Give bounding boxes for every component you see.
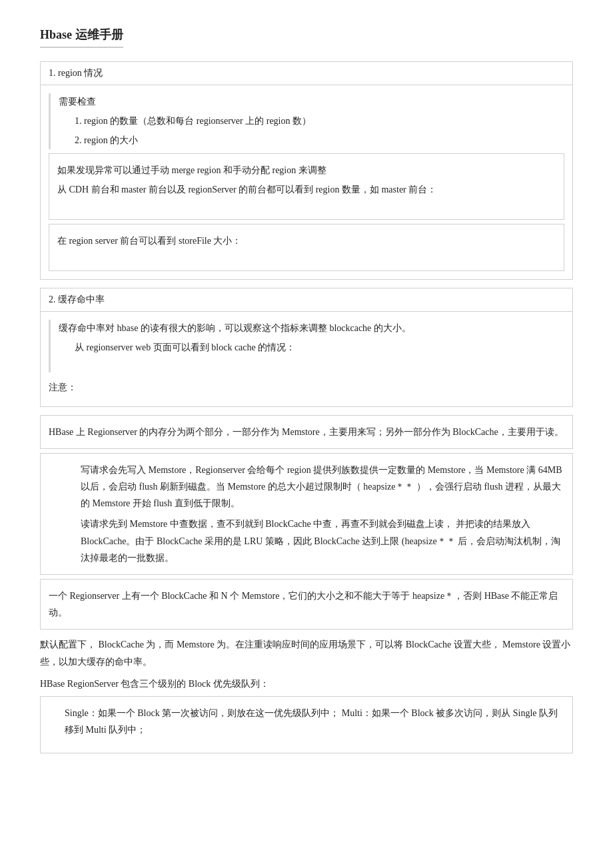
memstore-note-block: HBase 上 Regionserver 的内存分为两个部分，一部分作为 Mem… (40, 415, 573, 449)
section-1-storefile: 在 region server 前台可以看到 storeFile 大小： (49, 224, 564, 271)
check-item-2: 2. region 的大小 (75, 132, 564, 149)
priority-item-1: Single：如果一个 Block 第一次被访问，则放在这一优先级队列中； Mu… (65, 705, 564, 738)
write-desc: 写请求会先写入 Memstore，Regionserver 会给每个 regio… (81, 462, 564, 512)
notice-label: 注意： (49, 376, 564, 398)
priority-items-block: Single：如果一个 Block 第一次被访问，则放在这一优先级队列中； Mu… (40, 696, 573, 753)
section-1-body: 需要检查 1. region 的数量（总数和每台 regionserver 上的… (41, 85, 572, 279)
section-2-header: 2. 缓存命中率 (41, 288, 572, 312)
memstore-note-text: HBase 上 Regionserver 的内存分为两个部分，一部分作为 Mem… (49, 424, 564, 440)
read-desc: 读请求先到 Memstore 中查数据，查不到就到 BlockCache 中查，… (81, 516, 564, 566)
section-1-note-1: 如果发现异常可以通过手动 merge region 和手动分配 region 来… (49, 153, 564, 220)
section-2-body: 缓存命中率对 hbase 的读有很大的影响，可以观察这个指标来调整 blockc… (41, 312, 572, 406)
note-merge: 如果发现异常可以通过手动 merge region 和手动分配 region 来… (57, 162, 556, 179)
regionserver-block: 一个 Regionserver 上有一个 BlockCache 和 N 个 Me… (40, 579, 573, 630)
intro-text: 缓存命中率对 hbase 的读有很大的影响，可以观察这个指标来调整 blockc… (59, 320, 564, 336)
default-config-block: 默认配置下， BlockCache 为，而 Memstore 为。在注重读响应时… (40, 634, 573, 672)
section-1-header: 1. region 情况 (41, 62, 572, 85)
web-note: 从 regionserver web 页面可以看到 block cache 的情… (75, 339, 564, 356)
section-2: 2. 缓存命中率 缓存命中率对 hbase 的读有很大的影响，可以观察这个指标来… (40, 288, 573, 407)
check-item-1: 1. region 的数量（总数和每台 regionserver 上的 regi… (75, 113, 564, 129)
section-1: 1. region 情况 需要检查 1. region 的数量（总数和每台 re… (40, 61, 573, 280)
storefile-text: 在 region server 前台可以看到 storeFile 大小： (57, 232, 556, 249)
check-label: 需要检查 (59, 93, 564, 110)
section-2-intro: 缓存命中率对 hbase 的读有很大的影响，可以观察这个指标来调整 blockc… (49, 320, 564, 372)
sub-section-check: 需要检查 1. region 的数量（总数和每台 regionserver 上的… (49, 93, 564, 149)
regionserver-text: 一个 Regionserver 上有一个 BlockCache 和 N 个 Me… (49, 588, 564, 621)
page-title: Hbase 运维手册 (40, 27, 123, 48)
note-cdh: 从 CDH 前台和 master 前台以及 regionServer 的前台都可… (57, 181, 556, 198)
priority-queue-intro: HBase RegionServer 包含三个级别的 Block 优先级队列： (40, 675, 573, 692)
write-read-block: 写请求会先写入 Memstore，Regionserver 会给每个 regio… (40, 453, 573, 575)
